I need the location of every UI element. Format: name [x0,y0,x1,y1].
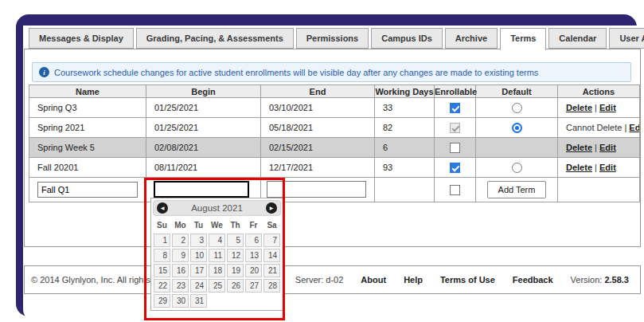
datepicker-title: August 2021 [154,201,280,215]
day-cell[interactable]: 9 [172,249,189,262]
add-term-button[interactable]: Add Term [487,181,546,198]
day-cell[interactable]: 2 [172,234,189,247]
begin-date-input[interactable] [154,181,249,198]
cannot-delete-label: Cannot Delete [566,123,622,132]
column-header-end: End [261,85,375,98]
day-name: Fr [244,218,263,233]
delete-link[interactable]: Delete [566,163,592,172]
day-cell[interactable]: 23 [172,279,189,293]
end-date-input[interactable] [267,181,366,198]
term-end-cell: 12/17/2021 [261,158,375,178]
server-label: Server: d-02 [295,275,344,285]
tab-campus-ids[interactable]: Campus IDs [371,28,443,49]
day-name: Mo [171,218,189,233]
edit-link[interactable]: Edit [599,103,616,112]
tab-archive[interactable]: Archive [445,28,498,49]
footer-bar: © 2014 Glynlyon, Inc. All rights reserve… [24,265,641,294]
empty-day-cell [263,294,280,308]
empty-day-cell [209,294,225,308]
term-end-cell: 02/15/2021 [261,138,375,158]
day-cell[interactable]: 10 [190,249,207,262]
tab-bar: Messages & Display Grading, Pacing, & As… [29,28,644,50]
table-row: Spring Q3 01/25/2021 03/10/2021 33 Delet… [29,98,640,118]
tab-calendar[interactable]: Calendar [548,28,607,49]
day-cell[interactable]: 11 [209,249,225,262]
day-cell[interactable]: 24 [190,279,207,293]
edit-link[interactable]: Edit [599,163,616,172]
day-cell[interactable]: 28 [263,279,280,293]
day-cell[interactable]: 1 [154,234,170,247]
tab-permissions[interactable]: Permissions [296,28,369,49]
day-cell[interactable]: 31 [190,294,207,308]
new-term-actions-cell [558,178,640,202]
term-begin-cell: 08/11/2021 [146,158,261,178]
term-name-cell: Fall 20201 [29,158,146,178]
day-cell[interactable]: 20 [245,264,262,277]
next-month-button[interactable]: ▶ [266,202,277,214]
delete-link[interactable]: Delete [566,103,592,112]
calendar-day-row: SuMoTuWeThFrSa [153,218,281,233]
tab-grading-pacing-assessments[interactable]: Grading, Pacing, & Assessments [136,28,294,49]
default-radio-selected[interactable] [512,123,522,133]
about-link[interactable]: About [361,275,386,285]
term-name-cell: Spring Q3 [29,98,146,118]
enrollable-checkbox[interactable] [450,103,460,113]
default-radio[interactable] [512,103,522,113]
day-cell[interactable]: 19 [227,264,244,277]
day-cell[interactable]: 8 [154,249,170,262]
column-header-actions: Actions [558,85,640,98]
day-cell[interactable]: 6 [245,234,262,247]
table-row: Fall 20201 08/11/2021 12/17/2021 93 Dele… [29,158,640,178]
day-cell[interactable]: 30 [172,294,189,308]
page: Messages & Display Grading, Pacing, & As… [0,0,644,322]
day-name: Su [153,218,171,233]
edit-link[interactable]: Edit [629,123,639,132]
day-cell[interactable]: 17 [190,264,207,277]
enrollable-checkbox[interactable] [450,163,460,173]
term-name-cell: Spring Week 5 [29,138,146,158]
default-radio[interactable] [512,163,522,173]
day-cell[interactable]: 18 [209,264,225,277]
column-header-default: Default [476,85,558,98]
working-days-cell: 6 [375,138,435,158]
day-cell[interactable]: 26 [227,279,244,293]
enrollable-checkbox[interactable] [450,143,460,153]
day-cell[interactable]: 3 [190,234,207,247]
terms-of-use-link[interactable]: Terms of Use [440,275,495,285]
info-icon: i [39,67,49,77]
new-term-working-days-cell [375,178,435,202]
day-cell[interactable]: 5 [227,234,244,247]
tab-terms[interactable]: Terms [500,28,546,50]
day-cell[interactable]: 25 [209,279,225,293]
term-end-cell: 03/10/2021 [261,98,375,118]
term-begin-cell: 01/25/2021 [146,98,261,118]
day-cell[interactable]: 12 [227,249,244,262]
day-cell[interactable]: 4 [209,234,225,247]
delete-link[interactable]: Delete [566,143,592,152]
day-cell[interactable]: 16 [172,264,189,277]
term-begin-cell: 02/08/2021 [146,138,261,158]
day-cell[interactable]: 27 [245,279,262,293]
tab-user-associations[interactable]: User Associations [609,28,644,49]
day-cell[interactable]: 13 [245,249,262,262]
day-cell[interactable]: 21 [263,264,280,277]
version-label: Version: 2.58.3 [571,275,629,285]
column-header-enrollable: Enrollable [435,85,476,98]
tab-messages-display[interactable]: Messages & Display [29,28,134,49]
day-cell[interactable]: 7 [263,234,280,247]
day-cell[interactable]: 14 [263,249,280,262]
edit-link[interactable]: Edit [599,143,616,152]
prev-month-button[interactable]: ◀ [157,202,168,214]
footer-links: Server: d-02 About Help Terms of Use Fee… [295,275,629,285]
calendar-grid: 1234567891011121314151617181920212223242… [153,233,281,308]
term-name-cell: Spring 2021 [29,118,146,138]
day-cell[interactable]: 29 [154,294,170,308]
new-term-name-input[interactable] [37,182,138,198]
day-cell[interactable]: 15 [154,264,170,277]
feedback-link[interactable]: Feedback [513,275,553,285]
day-cell[interactable]: 22 [154,279,170,293]
new-term-enrollable-checkbox[interactable] [450,185,460,195]
table-row: Spring 2021 01/25/2021 05/18/2021 82 Can… [29,118,640,138]
column-header-name: Name [29,85,146,98]
help-link[interactable]: Help [404,275,423,285]
